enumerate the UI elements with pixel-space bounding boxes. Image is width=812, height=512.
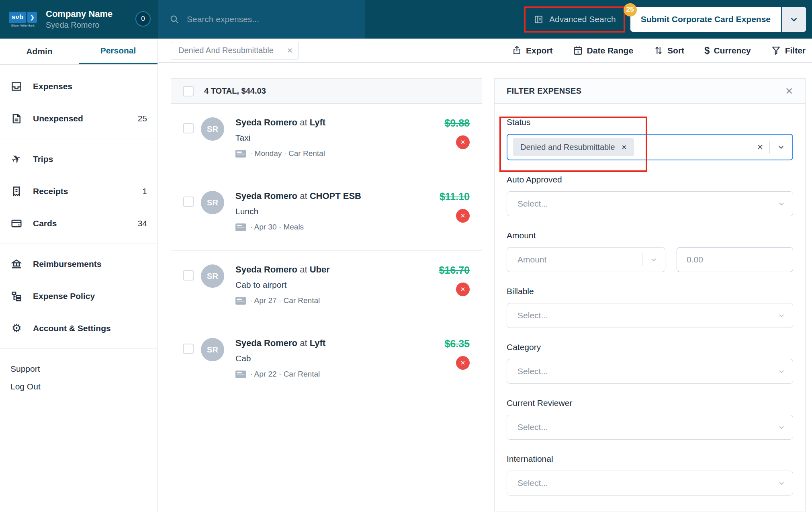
current-reviewer-select[interactable]: Select... — [507, 415, 793, 440]
sidebar-item-label: Expenses — [33, 82, 72, 91]
row-checkbox[interactable] — [183, 270, 194, 281]
active-filter-chip-label: Denied And Resubmittable — [171, 46, 281, 55]
international-label: International — [507, 454, 793, 464]
select-placeholder: Amount — [507, 255, 546, 264]
user-name: Syeda Romero — [46, 20, 112, 30]
chevron-down-icon — [642, 256, 665, 264]
remove-filter-chip-button[interactable]: ✕ — [281, 42, 299, 59]
inbox-icon — [10, 80, 22, 92]
expense-row[interactable]: SR Syeda Romero at Lyft Taxi · Monday · … — [171, 104, 482, 177]
select-placeholder: Select... — [507, 478, 548, 488]
currency-button[interactable]: $ Currency — [704, 45, 751, 56]
row-checkbox[interactable] — [183, 197, 194, 207]
filter-panel-title: FILTER EXPENSES — [507, 86, 581, 96]
sidebar-nav: Expenses Unexpensed 25 ✈ Trips — [0, 65, 157, 353]
advanced-search-icon — [534, 14, 544, 25]
chevron-down-icon — [770, 367, 793, 375]
tab-personal[interactable]: Personal — [79, 39, 157, 64]
expense-meta: · Monday · Car Rental — [235, 149, 325, 158]
expense-row[interactable]: SR Syeda Romero at CHOPT ESB Lunch · Apr… — [171, 177, 482, 251]
international-field: International Select... — [507, 454, 793, 496]
filter-button[interactable]: Filter — [771, 45, 806, 55]
row-checkbox[interactable] — [183, 123, 194, 133]
card-payment-icon — [235, 150, 246, 158]
sidebar-item-label: Expense Policy — [33, 291, 95, 301]
status-clear-icon[interactable]: ✕ — [751, 142, 769, 152]
denied-status-icon: ✕ — [456, 283, 470, 296]
logout-link[interactable]: Log Out — [10, 378, 147, 395]
sidebar-item-account-settings[interactable]: ⚙ Account & Settings — [0, 312, 157, 344]
status-select[interactable]: Denied and Resubmittable ✕ ✕ — [507, 134, 793, 160]
expense-row[interactable]: SR Syeda Romero at Uber Cab to airport ·… — [171, 251, 482, 324]
credit-card-icon — [10, 217, 22, 229]
svb-logo-tagline: Silicon Valley Bank — [11, 24, 35, 27]
row-checkbox[interactable] — [183, 344, 194, 354]
gear-icon: ⚙ — [10, 323, 22, 334]
sort-icon — [653, 45, 663, 55]
expense-meta: · Apr 27 · Car Rental — [235, 296, 330, 305]
select-all-checkbox[interactable] — [183, 86, 194, 96]
plane-icon: ✈ — [8, 152, 24, 167]
card-payment-icon — [235, 297, 246, 305]
amount-value-input[interactable] — [677, 247, 793, 272]
notification-badge: 25 — [624, 3, 637, 16]
account-switcher[interactable]: Company Name Syeda Romero — [46, 8, 112, 31]
expense-description: Cab to airport — [235, 280, 330, 290]
sidebar-item-cards[interactable]: Cards 34 — [0, 207, 157, 240]
international-select[interactable]: Select... — [507, 471, 793, 496]
date-range-button[interactable]: 1 Date Range — [573, 45, 634, 55]
chevron-down-icon[interactable] — [770, 143, 792, 151]
category-select[interactable]: Select... — [507, 359, 793, 384]
sidebar-item-reimbursements[interactable]: Reimbursements — [0, 248, 157, 280]
tab-admin[interactable]: Admin — [0, 39, 79, 64]
sidebar-item-unexpensed[interactable]: Unexpensed 25 — [0, 102, 157, 135]
support-link[interactable]: Support — [10, 360, 147, 378]
billable-label: Billable — [507, 287, 793, 296]
sort-button[interactable]: Sort — [653, 45, 684, 55]
expense-list-header: 4 TOTAL, $44.03 — [171, 79, 482, 104]
sidebar-item-receipts[interactable]: Receipts 1 — [0, 175, 157, 207]
current-reviewer-field: Current Reviewer Select... — [507, 398, 793, 440]
sidebar-item-trips[interactable]: ✈ Trips — [0, 143, 157, 175]
sidebar-item-count: 34 — [138, 219, 147, 228]
status-chip-remove-icon[interactable]: ✕ — [622, 143, 627, 151]
close-icon[interactable]: ✕ — [785, 86, 793, 97]
dollar-icon: $ — [704, 45, 710, 56]
expense-row[interactable]: SR Syeda Romero at Lyft Cab · Apr 22 · C… — [171, 324, 482, 398]
svb-logo-text: svb — [9, 12, 26, 23]
chevron-down-icon — [770, 423, 793, 431]
calendar-icon: 1 — [573, 45, 583, 55]
sidebar-item-label: Receipts — [33, 186, 68, 196]
denied-status-icon: ✕ — [456, 209, 470, 223]
expense-title: Syeda Romero at Uber — [235, 264, 330, 275]
avatar: SR — [201, 191, 224, 214]
sidebar-item-expense-policy[interactable]: Expense Policy — [0, 280, 157, 312]
sidebar-divider — [0, 139, 157, 139]
filter-label: Filter — [785, 46, 806, 55]
sidebar-item-label: Cards — [33, 219, 57, 228]
avatar: SR — [201, 264, 224, 288]
auto-approved-label: Auto Approved — [507, 175, 793, 184]
auto-approved-select[interactable]: Select... — [507, 191, 793, 216]
submit-corporate-card-expense-button[interactable]: Submit Corporate Card Expense — [630, 7, 806, 32]
avatar: SR — [201, 117, 224, 141]
amount-operator-select[interactable]: Amount — [507, 247, 665, 272]
submit-dropdown-toggle[interactable] — [781, 7, 806, 32]
toolbar-actions: Export 1 Date Range Sor — [512, 45, 806, 56]
select-placeholder: Select... — [507, 199, 548, 209]
content: Denied And Resubmittable ✕ Export — [158, 39, 812, 512]
search-input[interactable] — [187, 14, 354, 24]
status-chip-label: Denied and Resubmittable — [520, 143, 615, 152]
card-payment-icon — [235, 223, 246, 231]
export-button[interactable]: Export — [512, 45, 553, 55]
expense-list: 4 TOTAL, $44.03 SR Syeda Romero at Lyft … — [171, 78, 482, 398]
svb-logo: svb ❯ Silicon Valley Bank — [9, 12, 37, 27]
chevron-down-icon — [789, 14, 799, 25]
expense-description: Lunch — [235, 207, 361, 216]
billable-select[interactable]: Select... — [507, 303, 793, 328]
sidebar-item-expenses[interactable]: Expenses — [0, 70, 157, 102]
currency-label: Currency — [714, 46, 751, 55]
search-bar[interactable] — [158, 0, 365, 39]
advanced-search-button[interactable]: Advanced Search — [530, 8, 620, 31]
sidebar-item-count: 1 — [142, 186, 147, 196]
